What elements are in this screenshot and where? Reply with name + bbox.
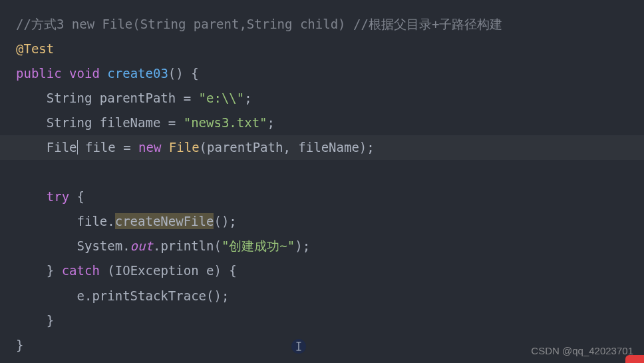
keyword-void: void — [69, 66, 100, 81]
brace-close: } — [47, 313, 54, 328]
string-literal: "e:\\" — [199, 91, 245, 105]
dot: . — [153, 238, 160, 253]
brace-close: } — [16, 338, 23, 352]
paren-open: ( — [200, 140, 207, 155]
keyword-public: public — [16, 66, 62, 81]
code-line-8: try { — [16, 184, 644, 209]
indent — [16, 189, 47, 204]
indent — [16, 140, 47, 155]
var-file: file — [78, 140, 124, 155]
string-literal: "创建成功~" — [222, 238, 295, 253]
brace-open: { — [184, 66, 199, 81]
code-line-2: @Test — [16, 37, 644, 61]
semicolon: ; — [267, 115, 275, 130]
ibeam-cursor-icon — [291, 339, 306, 354]
red-corner-badge — [625, 355, 644, 363]
method-name: create03 — [107, 66, 168, 81]
var-parentpath: parentPath — [92, 91, 183, 105]
type-string: String — [47, 91, 92, 105]
code-line-1: //方式3 new File(String parent,String chil… — [16, 12, 644, 37]
var-e: e — [199, 263, 214, 278]
paren-open: ( — [100, 263, 115, 278]
indent — [16, 214, 77, 228]
keyword-catch: catch — [62, 263, 100, 278]
type-file: File — [47, 140, 77, 155]
brace-open: { — [69, 189, 84, 204]
brace-close: } — [47, 263, 62, 278]
code-line-10: System.out.println("创建成功~"); — [16, 234, 644, 258]
code-line-11: } catch (IOException e) { — [16, 258, 644, 283]
indent — [16, 263, 47, 278]
call-tail: (); — [214, 214, 236, 228]
code-line-13: } — [16, 308, 644, 333]
method-printstacktrace: printStackTrace — [92, 288, 206, 303]
code-line-4: String parentPath = "e:\\"; — [16, 86, 644, 111]
method-println: println — [160, 238, 214, 253]
code-line-7-blank — [16, 160, 644, 184]
indent — [16, 313, 47, 328]
parens: () — [168, 66, 184, 81]
var-filename: fileName — [92, 115, 168, 130]
code-line-12: e.printStackTrace(); — [16, 284, 644, 308]
semicolon: ; — [244, 91, 251, 105]
annotation-test: @Test — [16, 41, 54, 56]
assign-op: = — [123, 140, 138, 155]
paren-close-semi: ); — [295, 238, 310, 253]
comma: , — [283, 140, 298, 155]
code-line-6-current: File file = new File(parentPath, fileNam… — [0, 135, 644, 160]
obj-e: e — [77, 288, 84, 303]
comment-text: //方式3 new File(String parent,String chil… — [16, 17, 502, 31]
paren-open: ( — [214, 238, 221, 253]
indent — [16, 238, 77, 253]
watermark-text: CSDN @qq_42023701 — [531, 341, 633, 360]
method-createnewfile: createNewFile — [115, 213, 214, 229]
code-line-9: file.createNewFile(); — [16, 209, 644, 234]
code-line-3: public void create03() { — [16, 61, 644, 86]
type-string: String — [47, 115, 92, 130]
arg-filename: fileName — [298, 140, 359, 155]
class-file: File — [161, 140, 199, 155]
code-line-5: String fileName = "news3.txt"; — [16, 111, 644, 135]
obj-file: file — [77, 214, 108, 228]
dot: . — [84, 288, 92, 303]
assign-op: = — [168, 115, 184, 130]
keyword-new: new — [138, 140, 161, 155]
type-ioexception: IOException — [115, 263, 199, 278]
dot: . — [122, 238, 130, 253]
indent — [16, 91, 47, 105]
paren-close-brace: ) { — [214, 263, 236, 278]
indent — [16, 115, 47, 130]
assign-op: = — [184, 91, 199, 105]
arg-parentpath: parentPath — [207, 140, 283, 155]
indent — [16, 288, 77, 303]
code-editor[interactable]: //方式3 new File(String parent,String chil… — [16, 12, 644, 358]
string-literal: "news3.txt" — [184, 115, 267, 130]
field-out: out — [130, 238, 153, 253]
paren-close-semi: ); — [359, 140, 375, 155]
dot: . — [107, 214, 114, 228]
class-system: System — [77, 238, 123, 253]
call-tail: (); — [206, 288, 229, 303]
keyword-try: try — [47, 189, 69, 204]
